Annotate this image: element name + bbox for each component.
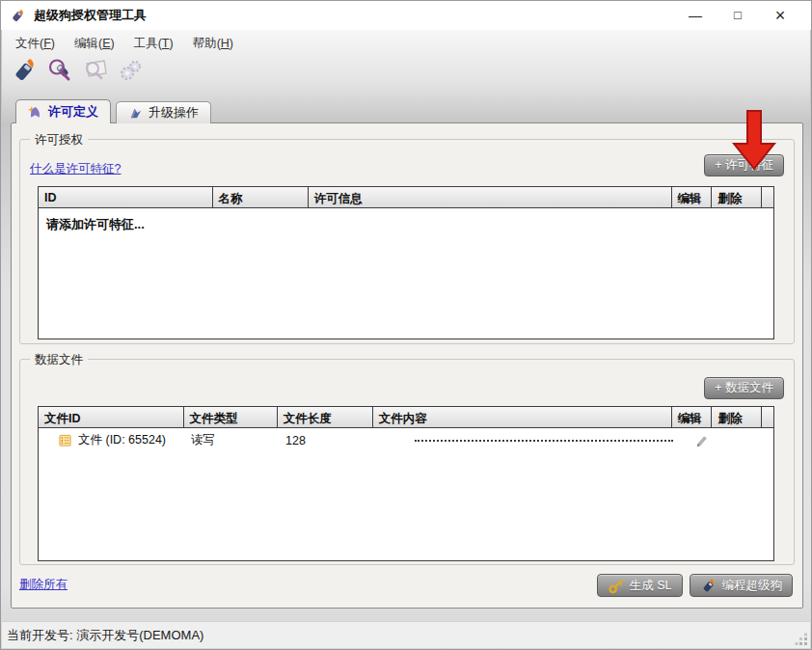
- title-bar: 超级狗授权管理工具 — □ ×: [1, 1, 811, 30]
- menu-item-file[interactable]: 文件(F): [6, 33, 65, 55]
- column-header-delete[interactable]: 删除: [712, 187, 762, 207]
- menu-bar: 文件(F) 编辑(E) 工具(T) 帮助(H): [2, 30, 810, 55]
- file-content-mask: [415, 440, 673, 442]
- table-header-spacer: [762, 187, 773, 207]
- column-header-license-info[interactable]: 许可信息: [309, 187, 672, 207]
- file-content-cell: [376, 440, 678, 442]
- mnemonic: E: [102, 37, 110, 50]
- license-features-table-body: 请添加许可特征...: [39, 208, 773, 339]
- settings-icon-disabled: [117, 56, 146, 85]
- label-part: ): [51, 37, 55, 50]
- column-header-file-length[interactable]: 文件长度: [278, 407, 373, 427]
- add-data-file-button[interactable]: + 数据文件: [704, 377, 784, 399]
- label-part: 编辑(: [74, 37, 102, 50]
- delete-all-link[interactable]: 删除所有: [19, 577, 68, 593]
- license-badge-icon: [28, 105, 42, 120]
- table-header-spacer: [762, 407, 773, 427]
- button-label: 生成 SL: [630, 578, 672, 594]
- license-features-table: ID 名称 许可信息 编辑 删除 请添加许可特征...: [38, 186, 774, 339]
- window-controls: — □ ×: [674, 1, 801, 30]
- column-header-name[interactable]: 名称: [213, 187, 309, 207]
- data-files-group: 数据文件 + 数据文件 文件ID 文件类型 文件长度 文件内容 编辑 删除: [19, 359, 795, 565]
- file-length-cell: 128: [280, 434, 376, 447]
- tab-bar: 许可定义 升级操作: [15, 99, 211, 123]
- table-header-row: ID 名称 许可信息 编辑 删除: [39, 187, 773, 208]
- menu-item-edit[interactable]: 编辑(E): [65, 33, 124, 55]
- tab-upgrade-operations[interactable]: 升级操作: [116, 101, 211, 123]
- file-id-text: 文件 (ID: 65524): [78, 432, 166, 448]
- app-icon: [10, 8, 25, 23]
- add-license-feature-button[interactable]: + 许可特征: [704, 154, 784, 176]
- column-header-file-id[interactable]: 文件ID: [39, 407, 184, 427]
- tab-label: 升级操作: [149, 104, 199, 122]
- mnemonic: F: [43, 37, 51, 50]
- label-part: ): [230, 37, 233, 50]
- column-header-edit[interactable]: 编辑: [672, 187, 713, 207]
- column-header-file-type[interactable]: 文件类型: [184, 407, 278, 427]
- inspect-dongle-icon[interactable]: [45, 56, 74, 85]
- column-header-edit[interactable]: 编辑: [672, 407, 713, 427]
- file-type-cell: 读写: [185, 432, 280, 448]
- menu-item-help[interactable]: 帮助(H): [183, 33, 243, 55]
- data-files-table: 文件ID 文件类型 文件长度 文件内容 编辑 删除: [38, 406, 774, 561]
- edit-pencil-icon[interactable]: [694, 433, 709, 447]
- window-title: 超级狗授权管理工具: [34, 7, 147, 24]
- data-files-table-body: 文件 (ID: 65524) 读写 128: [39, 428, 773, 560]
- tab-label: 许可定义: [48, 103, 98, 121]
- license-definition-page: 许可授权 什么是许可特征? + 许可特征 ID 名称 许可信息 编辑 删除 请添…: [11, 122, 803, 609]
- dongle-flame-icon: [700, 578, 717, 594]
- what-is-license-feature-link[interactable]: 什么是许可特征?: [30, 161, 121, 177]
- view-report-icon-disabled: [81, 56, 110, 85]
- resize-grip[interactable]: [795, 633, 808, 646]
- data-file-icon: [58, 433, 72, 447]
- edit-cell: [678, 433, 718, 447]
- maximize-button[interactable]: □: [717, 1, 759, 30]
- button-label: 编程超级狗: [722, 578, 783, 594]
- app-window: 超级狗授权管理工具 — □ × 文件(F) 编辑(E) 工具(T) 帮助(H): [0, 0, 812, 650]
- table-header-row: 文件ID 文件类型 文件长度 文件内容 编辑 删除: [39, 407, 773, 428]
- menu-item-tools[interactable]: 工具(T): [124, 33, 183, 55]
- tab-license-definition[interactable]: 许可定义: [15, 99, 111, 123]
- empty-table-message: 请添加许可特征...: [46, 216, 145, 233]
- table-row[interactable]: 文件 (ID: 65524) 读写 128: [39, 428, 773, 452]
- generate-sl-button[interactable]: 生成 SL: [597, 574, 683, 597]
- label-part: ): [111, 37, 115, 50]
- footer-buttons: 生成 SL 编程超级狗: [597, 574, 793, 597]
- program-superdog-icon[interactable]: [10, 56, 39, 85]
- file-id-cell: 文件 (ID: 65524): [39, 432, 185, 448]
- label-part: ): [169, 37, 173, 50]
- current-developer-id: 当前开发号: 演示开发号(DEMOMA): [7, 627, 203, 644]
- column-header-file-content[interactable]: 文件内容: [373, 407, 672, 427]
- close-button[interactable]: ×: [759, 1, 801, 30]
- group-title: 数据文件: [30, 352, 88, 368]
- mnemonic: H: [221, 37, 230, 50]
- upgrade-arrow-icon: [128, 106, 143, 121]
- window-chrome: 文件(F) 编辑(E) 工具(T) 帮助(H): [2, 30, 810, 123]
- minimize-button[interactable]: —: [674, 1, 717, 30]
- key-icon: [608, 578, 624, 594]
- license-authorization-group: 许可授权 什么是许可特征? + 许可特征 ID 名称 许可信息 编辑 删除 请添…: [19, 139, 795, 344]
- label-part: 帮助(: [193, 37, 221, 50]
- group-title: 许可授权: [30, 132, 88, 149]
- program-superdog-button[interactable]: 编程超级狗: [690, 574, 794, 597]
- column-header-id[interactable]: ID: [39, 187, 213, 207]
- label-part: 工具(: [134, 37, 162, 50]
- toolbar: [10, 53, 146, 88]
- column-header-delete[interactable]: 删除: [712, 407, 762, 427]
- status-bar: 当前开发号: 演示开发号(DEMOMA): [2, 621, 810, 648]
- label-part: 文件(: [15, 37, 43, 50]
